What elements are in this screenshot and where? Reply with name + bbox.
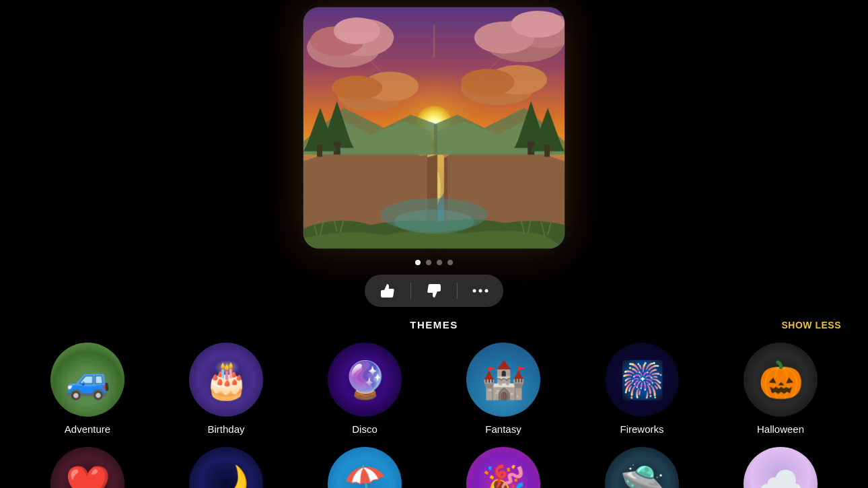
like-button[interactable]: [378, 281, 397, 300]
dislike-button[interactable]: [425, 281, 443, 300]
divider-2: [457, 283, 458, 299]
theme-icon-birthday: 🎂: [189, 343, 263, 417]
theme-fireworks[interactable]: 🎆 Fireworks: [581, 343, 702, 435]
theme-ufo[interactable]: 🛸: [581, 447, 702, 488]
theme-icon-adventure: 🚙: [50, 343, 124, 417]
themes-grid-row2: ❤️ 🌙 🏖️ 🎉: [27, 447, 841, 488]
theme-icon-clouds: ☁️: [744, 447, 818, 488]
themes-section: THEMES SHOW LESS 🚙 Adventure 🎂 Birthday: [0, 319, 868, 488]
dot-2[interactable]: [426, 260, 431, 265]
themes-grid-row1: 🚙 Adventure 🎂 Birthday 🔮 Disco: [27, 343, 841, 435]
themes-title: THEMES: [410, 319, 458, 330]
dot-1[interactable]: [415, 260, 421, 265]
theme-icon-party: 🎉: [466, 447, 540, 488]
svg-point-53: [473, 289, 476, 293]
svg-point-21: [461, 69, 515, 96]
featured-card[interactable]: [303, 7, 565, 249]
theme-label-fantasy: Fantasy: [485, 423, 521, 435]
svg-rect-42: [544, 145, 550, 157]
theme-fantasy[interactable]: 🏰 Fantasy: [443, 343, 564, 435]
svg-point-52: [394, 209, 474, 234]
dot-3[interactable]: [437, 260, 442, 265]
theme-icon-halloween: 🎃: [744, 343, 818, 417]
theme-label-disco: Disco: [352, 423, 377, 435]
svg-point-15: [511, 11, 565, 38]
svg-point-11: [334, 18, 381, 44]
theme-icon-summer: 🏖️: [328, 447, 402, 488]
theme-label-halloween: Halloween: [757, 423, 804, 435]
pagination-dots: [415, 260, 453, 265]
theme-adventure[interactable]: 🚙 Adventure: [27, 343, 148, 435]
theme-icon-disco: 🔮: [328, 343, 402, 417]
theme-label-fireworks: Fireworks: [620, 423, 663, 435]
theme-disco[interactable]: 🔮 Disco: [304, 343, 425, 435]
theme-icon-fireworks: 🎆: [605, 343, 679, 417]
theme-clouds[interactable]: ☁️: [720, 447, 841, 488]
dot-4[interactable]: [447, 260, 453, 265]
svg-point-18: [332, 75, 383, 100]
divider-1: [410, 283, 411, 299]
theme-icon-love: ❤️: [50, 447, 124, 488]
theme-label-adventure: Adventure: [65, 423, 110, 435]
action-bar: [365, 275, 503, 307]
svg-point-54: [479, 289, 482, 293]
theme-birthday[interactable]: 🎂 Birthday: [166, 343, 287, 435]
theme-icon-night: 🌙: [189, 447, 263, 488]
more-button[interactable]: [471, 287, 490, 295]
themes-header: THEMES SHOW LESS: [27, 319, 841, 330]
theme-icon-fantasy: 🏰: [466, 343, 540, 417]
theme-party[interactable]: 🎉: [443, 447, 564, 488]
theme-night[interactable]: 🌙: [166, 447, 287, 488]
theme-love[interactable]: ❤️: [27, 447, 148, 488]
svg-rect-36: [317, 145, 322, 157]
theme-label-birthday: Birthday: [207, 423, 244, 435]
theme-halloween[interactable]: 🎃 Halloween: [720, 343, 841, 435]
show-less-button[interactable]: SHOW LESS: [781, 320, 841, 330]
theme-summer[interactable]: 🏖️: [304, 447, 425, 488]
svg-point-55: [485, 289, 489, 293]
theme-icon-ufo: 🛸: [605, 447, 679, 488]
